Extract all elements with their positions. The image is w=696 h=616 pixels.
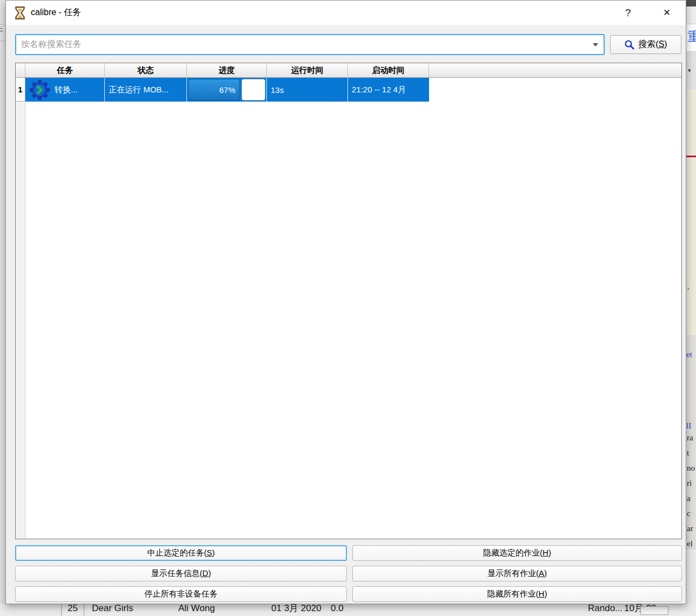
- job-progress-cell: 67%: [187, 78, 267, 102]
- book-author: Ali Wong: [178, 604, 215, 615]
- search-button-label: 搜索(S): [638, 39, 667, 50]
- background-text-fragment: 重: [687, 28, 696, 45]
- running-job-gear-icon: [30, 80, 50, 100]
- background-text-fragment: et: [686, 350, 692, 359]
- row-number-column: [16, 63, 25, 539]
- progress-bar: 67%: [188, 79, 265, 101]
- background-text-fragment: ra: [687, 430, 695, 445]
- search-input[interactable]: 按名称搜索任务: [21, 39, 587, 50]
- button-label: 显示任务信息(D): [151, 568, 211, 579]
- combobox-dropdown-button[interactable]: [587, 35, 604, 54]
- button-label: 中止选定的任务(S): [147, 548, 215, 558]
- background-text-fragment: lI: [686, 421, 691, 431]
- title-bar: calibre - 任务 ? ✕: [6, 1, 686, 25]
- header-filler: [429, 63, 681, 77]
- search-button[interactable]: 搜索(S): [610, 35, 681, 54]
- column-header-started[interactable]: 启动时间: [348, 63, 429, 77]
- hide-all-jobs-button[interactable]: 隐藏所有作业(H): [352, 586, 682, 602]
- background-text-fragment: ri: [687, 476, 695, 491]
- help-button[interactable]: ?: [615, 1, 640, 25]
- background-text-fragment: ar: [687, 521, 695, 536]
- background-segment: [686, 0, 696, 6]
- background-text-fragment: no: [687, 460, 695, 476]
- background-right-strip: 重 ▾ ’ et lI ra t no ri a c ar el: [686, 0, 696, 616]
- progress-percent-label: 67%: [219, 85, 236, 95]
- column-separator: [61, 604, 62, 616]
- book-publisher: Rando...: [588, 604, 623, 615]
- background-scrollbar-fragment: [640, 606, 668, 615]
- row-number[interactable]: 1: [16, 78, 25, 102]
- background-text-fragment: c: [687, 506, 695, 521]
- jobs-dialog: calibre - 任务 ? ✕ 按名称搜索任务 搜索(S) 任务 状态 进度 …: [5, 0, 686, 604]
- table-header-row: 任务 状态 进度 运行时间 启动时间: [16, 63, 681, 78]
- column-header-task[interactable]: 任务: [25, 63, 105, 77]
- column-header-runtime[interactable]: 运行时间: [267, 63, 348, 77]
- button-label: 隐藏选定的作业(H): [483, 548, 551, 558]
- job-task-label: 转换...: [55, 85, 78, 95]
- background-text-fragment: a: [687, 491, 695, 506]
- stop-selected-jobs-button[interactable]: 中止选定的任务(S): [15, 545, 347, 561]
- job-runtime-label: 13s: [271, 85, 284, 95]
- search-icon: [624, 39, 634, 50]
- background-text-column: ra t no ri a c ar el: [687, 430, 695, 551]
- background-segment: [686, 6, 696, 24]
- search-combobox[interactable]: 按名称搜索任务: [15, 34, 605, 55]
- show-job-details-button[interactable]: 显示任务信息(D): [15, 566, 347, 581]
- job-status-label: 正在运行 MOB...: [109, 85, 169, 95]
- hourglass-icon: [14, 6, 26, 20]
- column-separator: [84, 604, 84, 616]
- book-date: 01 3月 2020: [271, 604, 322, 615]
- chevron-down-icon: [593, 43, 598, 46]
- background-text-fragment: 于: [0, 27, 3, 37]
- button-label: 显示所有作业(A): [487, 568, 547, 579]
- job-row[interactable]: 1 转换... 正在运行 MOB...: [16, 78, 681, 102]
- jobs-table: 任务 状态 进度 运行时间 启动时间 1: [15, 63, 682, 539]
- header-corner[interactable]: [16, 63, 25, 77]
- close-button[interactable]: ✕: [654, 1, 679, 25]
- chevron-down-icon: ▾: [688, 67, 691, 74]
- column-header-status[interactable]: 状态: [105, 63, 187, 77]
- job-started-label: 21:20 -- 12 4月: [352, 85, 406, 95]
- book-index: 25: [68, 604, 78, 615]
- progress-bar-remainder: [242, 79, 265, 101]
- job-runtime-cell: 13s: [267, 78, 348, 102]
- job-started-cell: 21:20 -- 12 4月: [348, 78, 429, 102]
- divider: [0, 24, 5, 25]
- background-text-fragment: el: [687, 536, 695, 551]
- progress-bar-fill: 67%: [188, 79, 240, 101]
- background-segment: [686, 89, 696, 335]
- job-status-cell: 正在运行 MOB...: [105, 78, 187, 102]
- stop-all-non-device-jobs-button[interactable]: 停止所有非设备任务: [15, 586, 347, 602]
- divider: [0, 41, 5, 41]
- window-title: calibre - 任务: [31, 7, 81, 18]
- background-red-line: [686, 156, 696, 157]
- book-title: Dear Girls: [92, 604, 133, 615]
- background-text-fragment: ’: [687, 286, 689, 295]
- show-all-jobs-button[interactable]: 显示所有作业(A): [352, 566, 682, 581]
- hide-selected-jobs-button[interactable]: 隐藏选定的作业(H): [352, 545, 682, 561]
- button-label: 停止所有非设备任务: [145, 589, 218, 599]
- book-rating: 0.0: [331, 604, 344, 615]
- background-left-strip: 于: [0, 0, 5, 616]
- column-header-progress[interactable]: 进度: [187, 63, 267, 77]
- button-label: 隐藏所有作业(H): [487, 589, 547, 599]
- background-text-fragment: t: [687, 445, 695, 460]
- job-task-cell: 转换...: [25, 78, 105, 102]
- background-booklist-row: 25 Dear Girls Ali Wong 01 3月 2020 0.0 Ra…: [0, 604, 696, 616]
